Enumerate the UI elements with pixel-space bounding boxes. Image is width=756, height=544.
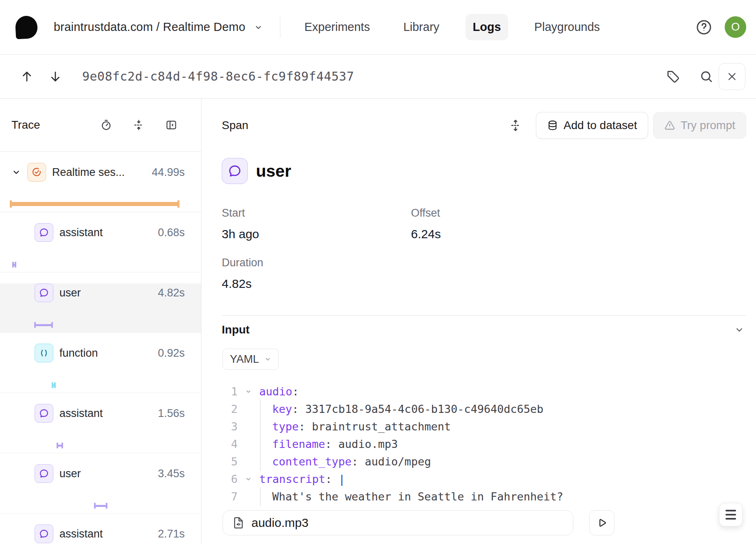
line-number: 5 [202,455,238,468]
span-metadata: Start 3h ago Offset 6.24s Duration 4.82s [222,207,732,291]
trace-span-row[interactable]: assistant 0.68s [0,223,201,272]
code-line: 3 type: braintrust_attachment [202,418,756,435]
trace-span-row[interactable]: user 3.45s [0,464,201,513]
trace-span-row[interactable]: Realtime ses... 44.99s [0,163,201,212]
expand-chevron-icon[interactable] [11,167,21,177]
trace-panel: Trace [0,99,201,544]
chevron-down-icon [253,22,263,32]
toolbar-actions [666,63,745,90]
collapse-section-icon[interactable] [734,325,745,335]
fold-chevron-icon[interactable] [238,406,259,412]
trace-toolbar: 9e08fc2d-c84d-4f98-8ec6-fc9f89f44537 [0,55,756,99]
span-panel: Span Add to dataset Try prompt user [202,99,756,544]
span-type-icon [35,283,53,302]
span-type-icon [35,464,53,483]
timer-icon[interactable] [100,119,112,131]
trace-panel-header: Trace [0,99,201,151]
span-label: assistant [59,226,103,239]
fold-chevron-icon[interactable] [238,423,259,430]
help-icon[interactable] [695,19,712,36]
span-type-icon [35,404,53,423]
metadata-label: Duration [222,257,411,269]
span-timeline-bar [10,200,179,208]
code-line: 5 content_type: audio/mpeg [202,453,756,470]
panel-layout-icon[interactable] [165,119,177,131]
trace-panel-tools [100,119,177,131]
collapse-rows-icon[interactable] [133,119,145,131]
span-duration: 44.99s [152,166,185,179]
project-switcher[interactable]: braintrustdata.com / Realtime Demo [54,20,263,34]
trace-span-row[interactable]: assistant 2.71s [0,524,201,544]
yaml-code-block: 1 audio: 2 key: 3317cb18-9a54-4c06-b130-… [202,383,756,505]
span-timeline-bar [34,322,53,328]
resize-handle-icon[interactable] [509,119,522,132]
span-timeline-bar [12,261,16,268]
span-panel-header: Span Add to dataset Try prompt [202,99,756,152]
span-duration: 4.82s [158,287,185,299]
add-to-dataset-button[interactable]: Add to dataset [536,112,648,139]
span-name: user [256,162,291,181]
nav-item[interactable]: Playgrounds [527,14,607,40]
metadata-value: 3h ago [222,227,411,241]
code-line: 6 transcript: | [202,470,756,488]
database-icon [547,120,558,131]
warning-icon [664,120,675,131]
nav-item[interactable]: Experiments [297,14,377,40]
hamburger-icon [725,510,736,511]
span-duration: 1.56s [158,407,185,420]
span-timeline-bar [57,442,63,449]
tag-icon[interactable] [666,69,680,84]
trace-span-row[interactable]: assistant 1.56s [0,404,201,453]
span-title-row: user [222,158,291,184]
trace-id: 9e08fc2d-c84d-4f98-8ec6-fc9f89f44537 [82,69,354,83]
fold-chevron-icon[interactable] [238,441,259,447]
fold-chevron-icon[interactable] [238,493,259,500]
nav-item[interactable]: Logs [465,14,508,40]
input-section-title: Input [222,323,249,336]
span-duration: 3.45s [158,467,185,480]
metadata-label: Offset [411,207,732,219]
nav-item[interactable]: Library [396,14,447,40]
metadata-value: 4.82s [222,277,411,291]
fold-chevron-icon[interactable] [238,476,259,483]
next-row-button[interactable] [49,70,62,83]
span-timeline-bar [52,382,56,388]
format-select[interactable]: YAML [223,349,279,370]
input-section-header: Input [222,323,745,336]
span-duration: 0.68s [158,226,185,239]
play-audio-button[interactable] [589,510,614,535]
project-breadcrumb: braintrustdata.com / Realtime Demo [54,20,245,34]
menu-button[interactable] [719,503,743,526]
code-line: 1 audio: [202,383,756,400]
line-number: 3 [202,420,238,433]
metadata-value: 6.24s [411,227,732,241]
metadata-field: Duration 4.82s [222,257,411,291]
audio-attachment-chip[interactable]: audio.mp3 [223,510,573,535]
span-timeline-bar [94,502,107,509]
top-nav-bar: braintrustdata.com / Realtime Demo Exper… [0,0,756,55]
try-prompt-button[interactable]: Try prompt [653,112,746,139]
trace-tree: Realtime ses... 44.99s assistant 0.68s [0,151,201,544]
braintrust-logo[interactable] [15,15,38,39]
code-line: 4 filename: audio.mp3 [202,435,756,453]
span-type-icon [27,163,46,182]
line-number: 6 [202,473,238,485]
span-duration: 0.92s [158,347,185,360]
audio-file-icon [232,516,245,529]
search-icon[interactable] [699,69,714,84]
close-trace-button[interactable] [719,63,745,90]
braintrust-app: braintrustdata.com / Realtime Demo Exper… [0,0,756,544]
fold-chevron-icon[interactable] [238,388,259,395]
span-type-icon [35,524,53,543]
attachment-filename: audio.mp3 [251,516,308,530]
previous-row-button[interactable] [20,70,33,83]
span-label: assistant [59,407,103,420]
chevron-down-icon [264,355,271,363]
line-number: 7 [202,490,238,503]
span-label: assistant [59,528,103,540]
avatar[interactable]: O [725,16,746,38]
fold-chevron-icon[interactable] [238,458,259,465]
trace-span-row[interactable]: user 4.82s [0,283,201,333]
attachment-row: audio.mp3 [223,510,614,535]
trace-span-row[interactable]: function 0.92s [0,344,201,393]
